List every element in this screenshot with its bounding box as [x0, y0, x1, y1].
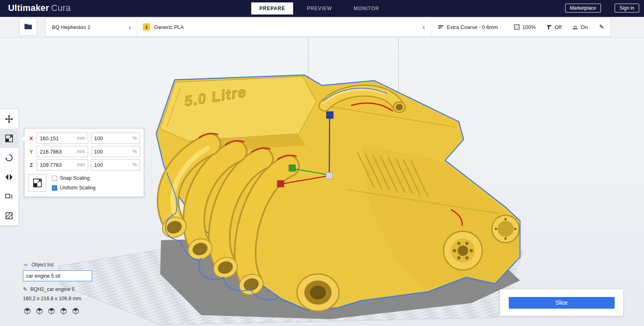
tab-prepare[interactable]: PREPARE — [251, 2, 293, 15]
scale-row-z: Z 109.7763 mm 100 % — [29, 159, 140, 170]
scale-y-mm-value: 216.7863 — [40, 149, 62, 155]
snap-scaling-label: Snap Scaling — [60, 175, 90, 181]
model-action-button[interactable] — [47, 307, 56, 316]
brand-primary: Ultimaker — [8, 3, 49, 13]
cube-icon — [60, 307, 68, 315]
axis-z-label: Z — [29, 162, 34, 168]
cube-icon — [23, 307, 31, 315]
mm-unit-label: mm — [77, 135, 85, 141]
object-list-title: Object list — [31, 262, 54, 268]
scale-row-y: Y 216.7863 mm 100 % — [29, 146, 140, 157]
right-flange — [492, 215, 519, 243]
app-logo: UltimakerCura — [8, 3, 71, 13]
scale-handle-y[interactable] — [289, 165, 295, 171]
folder-icon — [24, 22, 33, 31]
scale-handle-z[interactable] — [326, 112, 333, 118]
adhesion-value: On — [581, 24, 588, 30]
chevron-left-icon: ‹ — [127, 23, 133, 31]
pulley — [444, 231, 482, 270]
support-group: Off — [546, 24, 561, 30]
support-blocker-button[interactable] — [0, 206, 18, 225]
support-blocker-icon — [4, 211, 14, 220]
scale-z-percent-value: 100 — [94, 162, 103, 168]
model-dimensions: 160.2 x 216.8 x 109.8 mm — [23, 296, 92, 301]
model-action-button[interactable] — [59, 307, 68, 316]
scale-handle-center[interactable] — [326, 172, 332, 179]
job-name: BQH2_car engine 5 — [30, 287, 74, 292]
per-model-settings-button[interactable] — [0, 187, 18, 206]
uniform-scaling-checkbox[interactable]: ✓ Uniform Scaling — [52, 185, 140, 191]
profile-group: Extra Coarse - 0.6mm — [438, 24, 498, 31]
edit-settings-icon[interactable]: ✎ — [599, 23, 604, 31]
cube-icon — [72, 307, 80, 315]
scale-z-percent-input[interactable]: 100 % — [91, 159, 140, 170]
support-icon — [546, 24, 552, 30]
scale-y-percent-input[interactable]: 100 % — [91, 146, 140, 157]
marketplace-button[interactable]: Marketplace — [565, 4, 601, 12]
printer-selector[interactable]: BQ Hephestos 2 ‹ — [45, 18, 137, 36]
model-action-button[interactable] — [71, 307, 80, 316]
scale-row-x: X 160.151 mm 100 % — [29, 133, 140, 144]
model-action-row — [23, 307, 92, 316]
object-name-input[interactable] — [23, 270, 92, 281]
tab-monitor[interactable]: MONITOR — [346, 2, 387, 15]
gizmo-z-axis — [329, 118, 330, 174]
scale-y-mm-input[interactable]: 216.7863 mm — [37, 146, 88, 157]
mm-unit-label: mm — [77, 162, 85, 168]
snap-scaling-checkbox[interactable]: Snap Scaling — [52, 175, 140, 181]
support-value: Off — [555, 24, 561, 30]
layer-height-icon — [438, 24, 444, 31]
brand-secondary: Cura — [51, 3, 71, 13]
profile-name: Extra Coarse - 0.6mm — [447, 24, 498, 30]
infill-group: 100% — [514, 24, 536, 30]
print-settings-selector[interactable]: Extra Coarse - 0.6mm 100% Off On ✎ — [431, 18, 611, 36]
checkbox-unchecked — [52, 176, 57, 181]
uniform-scaling-label: Uniform Scaling — [60, 185, 95, 191]
scale-tool-button[interactable] — [0, 129, 18, 148]
object-list-panel: Object list ✎ BQH2_car engine 5 160.2 x … — [23, 262, 92, 316]
stage-tabs: PREPARE PREVIEW MONITOR — [251, 0, 387, 17]
scale-icon — [4, 134, 14, 143]
scale-icon — [32, 178, 43, 188]
adhesion-group: On — [572, 24, 588, 30]
front-horn — [297, 274, 339, 311]
job-name-row[interactable]: ✎ BQH2_car engine 5 — [23, 286, 92, 292]
printer-name: BQ Hephestos 2 — [52, 24, 90, 30]
rotate-icon — [4, 153, 14, 162]
slice-button[interactable]: Slice — [509, 297, 615, 309]
rotate-tool-button[interactable] — [0, 148, 18, 167]
tab-preview[interactable]: PREVIEW — [299, 2, 340, 15]
move-tool-button[interactable] — [0, 109, 18, 129]
model-action-button[interactable] — [35, 307, 44, 316]
edit-job-name-icon: ✎ — [23, 286, 27, 292]
configuration-card: BQ Hephestos 2 ‹ 1 Generic PLA ‹ Extra C… — [45, 17, 611, 37]
mirror-icon — [4, 172, 14, 182]
mm-unit-label: mm — [77, 149, 85, 154]
open-file-button[interactable] — [19, 18, 37, 35]
object-list-toggle[interactable]: Object list — [23, 262, 92, 268]
move-icon — [4, 114, 14, 124]
tool-rail — [0, 109, 19, 226]
per-model-settings-icon — [4, 192, 14, 201]
mirror-tool-button[interactable] — [0, 167, 18, 187]
scale-tool-panel: X 160.151 mm 100 % Y 216.7863 mm 100 % Z… — [24, 128, 144, 197]
scale-x-percent-input[interactable]: 100 % — [91, 133, 140, 144]
infill-icon — [514, 24, 520, 30]
signin-button[interactable]: Sign in — [615, 4, 639, 12]
scale-handle-x[interactable] — [277, 181, 284, 187]
checkbox-checked: ✓ — [52, 185, 57, 191]
axis-y-label: Y — [29, 149, 34, 155]
scale-x-mm-input[interactable]: 160.151 mm — [37, 133, 88, 144]
adhesion-icon — [572, 24, 578, 30]
scale-reset-button[interactable] — [29, 174, 46, 192]
chevron-left-icon: ‹ — [421, 23, 427, 31]
model-action-button[interactable] — [23, 307, 32, 316]
scale-x-mm-value: 160.151 — [40, 135, 59, 141]
cube-icon — [47, 307, 56, 315]
cube-icon — [35, 307, 43, 315]
configuration-toolbar: BQ Hephestos 2 ‹ 1 Generic PLA ‹ Extra C… — [0, 17, 644, 38]
percent-unit-label: % — [132, 162, 137, 168]
scale-z-mm-input[interactable]: 109.7763 mm — [37, 159, 88, 170]
material-selector[interactable]: 1 Generic PLA ‹ — [137, 18, 431, 36]
extruder-badge: 1 — [143, 23, 150, 31]
